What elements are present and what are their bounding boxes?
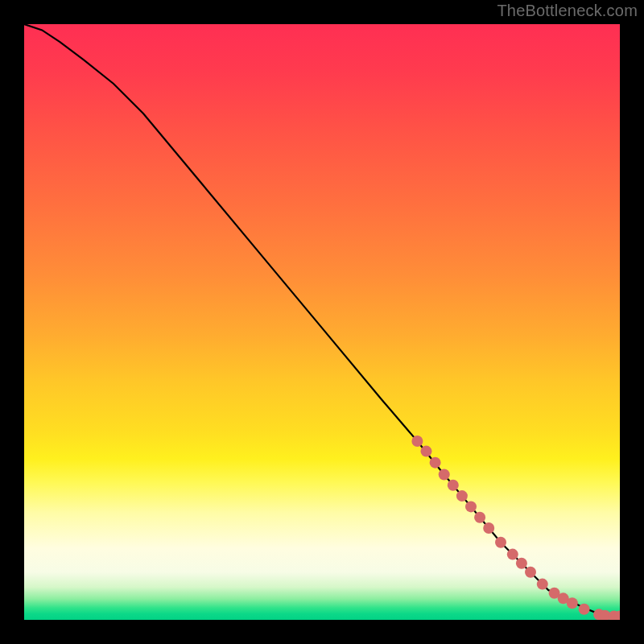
data-point (474, 512, 485, 523)
data-markers (411, 436, 620, 620)
plot-area (24, 24, 620, 620)
data-point (411, 436, 423, 447)
bottleneck-curve (24, 24, 620, 617)
data-point (567, 597, 578, 609)
data-point (465, 501, 477, 512)
data-point (483, 522, 494, 534)
data-point (448, 480, 459, 491)
data-point (516, 558, 527, 569)
data-point (421, 446, 432, 457)
data-point (456, 490, 468, 502)
data-point (525, 567, 536, 578)
data-point (430, 457, 441, 469)
watermark-text: TheBottleneck.com (497, 2, 638, 20)
data-point (507, 549, 518, 560)
data-point (439, 469, 450, 480)
data-point (495, 537, 506, 548)
data-point (579, 604, 590, 615)
curve-overlay (24, 24, 620, 620)
chart-frame: TheBottleneck.com (0, 0, 644, 644)
data-point (537, 579, 548, 590)
